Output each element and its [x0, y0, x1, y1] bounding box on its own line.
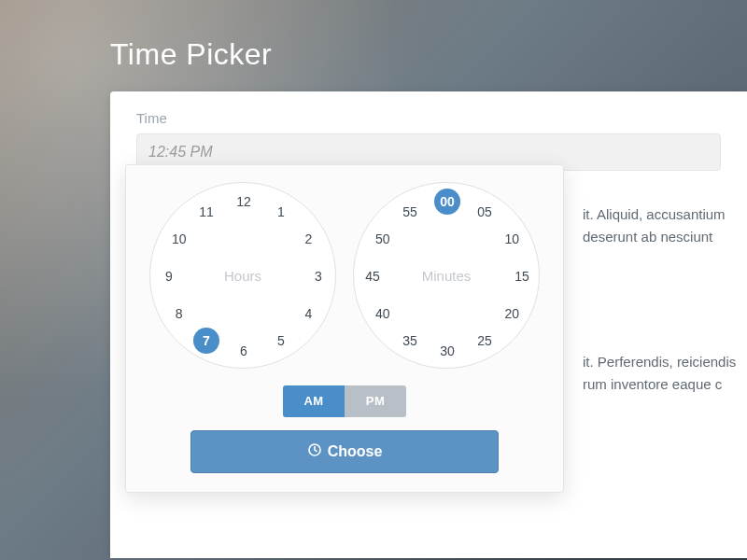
minute-tick-05[interactable]: 05 [472, 199, 498, 225]
hour-tick-11[interactable]: 11 [193, 199, 219, 225]
time-label: Time [136, 110, 721, 126]
minute-tick-10[interactable]: 10 [499, 226, 525, 252]
card: Time it. Aliquid, accusantium deserunt a… [110, 91, 747, 558]
background-text: it. Aliquid, accusantium deserunt ab nes… [583, 203, 738, 396]
hour-tick-10[interactable]: 10 [166, 226, 192, 252]
hour-tick-9[interactable]: 9 [156, 263, 182, 289]
clock-icon [307, 442, 322, 461]
pm-segment[interactable]: PM [345, 385, 406, 417]
time-picker-popup: Hours 121234567891011 Minutes 0005101520… [125, 164, 564, 493]
hours-dial[interactable]: Hours 121234567891011 [149, 182, 336, 369]
minutes-dial-label: Minutes [422, 268, 472, 284]
minute-tick-15[interactable]: 15 [509, 263, 535, 289]
hour-tick-7[interactable]: 7 [193, 328, 219, 354]
minute-tick-40[interactable]: 40 [370, 301, 396, 327]
minute-tick-30[interactable]: 30 [434, 338, 460, 364]
minute-tick-25[interactable]: 25 [472, 328, 498, 354]
lorem-line-2: it. Perferendis, reiciendis rum inventor… [583, 351, 738, 396]
hour-tick-5[interactable]: 5 [268, 328, 294, 354]
hour-tick-12[interactable]: 12 [231, 189, 257, 215]
hour-tick-2[interactable]: 2 [295, 226, 321, 252]
page-title: Time Picker [110, 37, 272, 72]
hour-tick-1[interactable]: 1 [268, 199, 294, 225]
minute-tick-35[interactable]: 35 [397, 328, 423, 354]
minute-tick-20[interactable]: 20 [499, 301, 525, 327]
hour-tick-6[interactable]: 6 [231, 338, 257, 364]
choose-button-label: Choose [328, 443, 383, 460]
hours-dial-label: Hours [224, 268, 261, 284]
hour-tick-8[interactable]: 8 [166, 301, 192, 327]
minutes-dial[interactable]: Minutes 000510152025303540455055 [353, 182, 540, 369]
minute-tick-45[interactable]: 45 [359, 263, 386, 289]
lorem-line-1: it. Aliquid, accusantium deserunt ab nes… [583, 203, 738, 248]
ampm-toggle[interactable]: AM PM [143, 385, 546, 417]
choose-button[interactable]: Choose [190, 430, 499, 473]
hour-tick-4[interactable]: 4 [295, 301, 321, 327]
minute-tick-55[interactable]: 55 [397, 199, 423, 225]
am-segment[interactable]: AM [283, 385, 345, 417]
minute-tick-50[interactable]: 50 [370, 226, 396, 252]
hour-tick-3[interactable]: 3 [305, 263, 331, 289]
minute-tick-00[interactable]: 00 [434, 189, 460, 215]
